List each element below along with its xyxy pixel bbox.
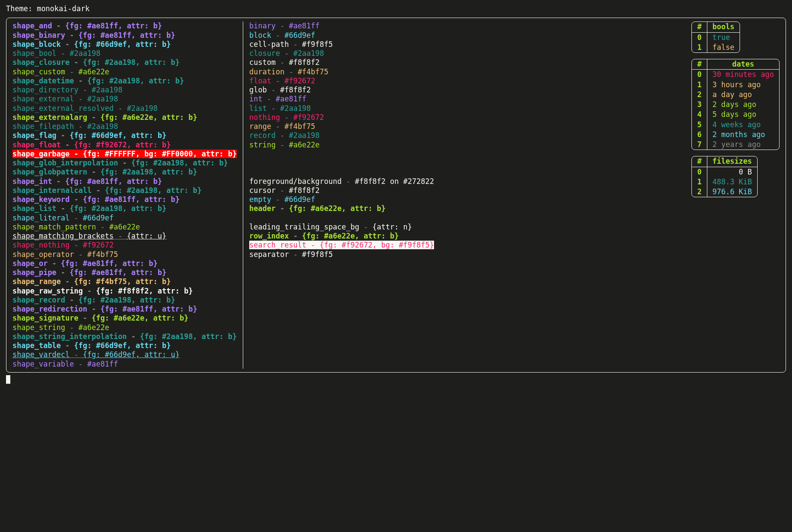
shapes-row: shape_filepath - #2aa198 [12,122,237,131]
shapes-row: shape_literal - #66d9ef [12,214,237,223]
shapes-name: shape_directory [12,86,79,94]
misc-value: #f8f8f2 [289,186,320,195]
misc-name: foreground/background [249,177,342,186]
separator: - [113,104,127,113]
separator: - [70,58,83,67]
types-value: #f8f8f2 [280,86,311,94]
shapes-value: {fg: #2aa198, attr: b} [101,168,197,176]
types-row: cell-path - #f9f8f5 [249,40,683,49]
shapes-row: shape_matching_brackets - {attr: u} [12,232,237,241]
shapes-value: {fg: #f92672, attr: b} [74,141,171,149]
shapes-name: shape_garbage [12,150,70,158]
separator: - [74,122,87,131]
shapes-row: shape_glob_interpolation - {fg: #2aa198,… [12,159,237,168]
shapes-row: shape_keyword - {fg: #ae81ff, attr: b} [12,195,237,204]
types-row: float - #f92672 [249,76,683,86]
misc-name: header [249,204,275,213]
shapes-value: {fg: #ae81ff, attr: b} [70,268,166,277]
table-row: 0true [692,33,739,43]
shapes-row: shape_globpattern - {fg: #2aa198, attr: … [12,168,237,177]
shapes-row: shape_directory - #2aa198 [12,86,237,95]
shapes-value: #2aa198 [87,95,118,103]
row-index: 0 [692,70,707,79]
shapes-value: #f4bf75 [87,250,118,259]
separator: - [65,67,79,76]
separator: - [113,232,127,240]
separator: - [359,223,373,231]
row-index: 0 [692,33,707,43]
separator: - [56,268,70,277]
separator: - [52,177,65,186]
table-header-title: dates [707,59,779,70]
shapes-value: {fg: #2aa198, attr: b} [105,186,202,195]
shapes-name: shape_list [12,204,56,213]
shapes-value: {fg: #2aa198, attr: b} [87,76,184,85]
shapes-name: shape_raw_string [12,287,83,295]
shapes-row: shape_externalarg - {fg: #a6e22e, attr: … [12,113,237,122]
types-row: binary - #ae81ff [249,21,683,31]
shapes-value: #a6e22e [109,223,140,231]
shapes-name: shape_variable [12,360,74,368]
misc-value: #66d9ef [284,195,315,204]
types-name: closure [249,49,280,58]
table-header-index: # [692,156,707,167]
misc2-row: leading_trailing_space_bg - {attr: n} [249,223,683,232]
separator: - [271,76,284,85]
types-name: record [249,131,275,140]
shapes-row: shape_external_resolved - #2aa198 [12,104,237,113]
shapes-name: shape_datetime [12,76,74,85]
separator: - [70,350,83,359]
separator: - [342,177,355,186]
types-column: binary - #ae81ffblock - #66d9efcell-path… [243,21,689,369]
row-value: 5 days ago [707,110,779,119]
separator: - [275,141,289,149]
shapes-name: shape_custom [12,67,65,76]
theme-label: Theme: monokai-dark [6,4,786,13]
separator: - [118,159,131,167]
shapes-name: shape_int [12,177,52,186]
shapes-name: shape_string_interpolation [12,332,127,341]
types-value: #f4bf75 [298,67,329,76]
separator: - [280,49,294,58]
shapes-value: {fg: #f8f8f2, attr: b} [96,287,193,295]
shapes-value: #ae81ff [87,360,118,368]
types-name: glob [249,86,267,94]
misc-row: cursor - #f8f8f2 [249,186,683,195]
types-name: custom [249,58,275,67]
types-name: string [249,141,275,149]
separator: - [56,204,70,213]
separator: - [52,21,65,30]
separator: - [61,141,74,149]
separator: - [263,95,276,103]
shapes-value: {fg: #ae81ff, attr: b} [65,177,162,186]
separator: - [275,186,289,195]
types-value: #f8f8f2 [289,58,320,67]
separator: - [74,250,87,259]
shapes-row: shape_block - {fg: #66d9ef, attr: b} [12,40,237,49]
shapes-row: shape_garbage - {fg: #FFFFFF, bg: #FF000… [12,150,237,159]
misc-value: #f8f8f2 on #272822 [355,177,434,186]
shapes-row: shape_external - #2aa198 [12,95,237,104]
row-value: a day ago [707,90,779,100]
misc2-value: #f9f8f5 [302,250,333,259]
row-index: 3 [692,100,707,110]
types-value: #f92672 [284,76,315,85]
misc-name: empty [249,195,271,204]
types-row: nothing - #f92672 [249,113,683,122]
shapes-row: shape_flag - {fg: #66d9ef, attr: b} [12,131,237,140]
types-name: cell-path [249,40,289,49]
types-value: #f9f8f5 [302,40,333,49]
table-row: 54 weeks ago [692,120,779,130]
row-index: 0 [692,167,707,177]
shapes-value: {fg: #66d9ef, attr: u} [83,350,180,359]
shapes-value: {fg: #66d9ef, attr: b} [74,40,171,49]
separator: - [74,360,87,368]
shapes-name: shape_flag [12,131,56,140]
shapes-name: shape_record [12,296,65,304]
table-dates: #dates030 minutes ago13 hours ago2a day … [691,59,780,150]
types-name: list [249,104,267,113]
misc2-row: separator - #f9f8f5 [249,250,683,259]
types-row: int - #ae81ff [249,95,683,104]
types-name: duration [249,67,284,76]
separator: - [289,40,302,49]
